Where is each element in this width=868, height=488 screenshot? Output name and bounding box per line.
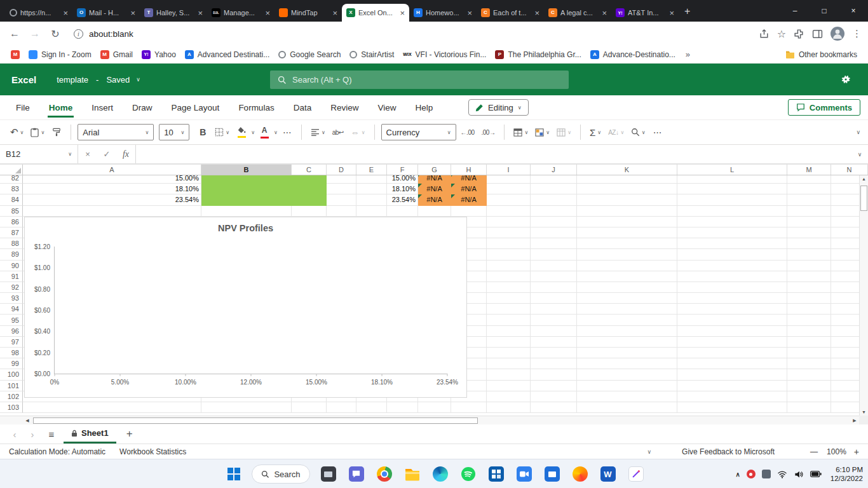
tab-close-icon[interactable]: × (669, 8, 674, 18)
cell-G83[interactable]: #N/A (418, 184, 451, 194)
cell-L101[interactable] (677, 381, 787, 391)
cell-B85[interactable] (201, 206, 292, 217)
cell-I85[interactable] (487, 206, 531, 217)
cell-I96[interactable] (487, 326, 531, 337)
ribbon-tab-home[interactable]: Home (39, 95, 83, 119)
cell-K102[interactable] (577, 391, 677, 402)
browser-tab[interactable]: CA legal c...× (544, 4, 611, 22)
cell-N97[interactable] (831, 337, 859, 348)
tab-close-icon[interactable]: × (534, 8, 539, 18)
cell-I82[interactable] (487, 175, 531, 184)
tab-close-icon[interactable]: × (130, 8, 135, 18)
calculator-app-icon[interactable] (484, 461, 508, 487)
browser-tab[interactable]: XExcel On...× (342, 4, 409, 22)
cell-N101[interactable] (831, 381, 859, 391)
row-header-97[interactable]: 97 (0, 337, 23, 348)
scroll-up-icon[interactable]: ▲ (860, 177, 868, 181)
cell-F82[interactable]: 15.00% (387, 175, 418, 184)
cell-I88[interactable] (487, 238, 531, 249)
cell-D83[interactable] (327, 184, 356, 194)
ribbon-tab-formulas[interactable]: Formulas (229, 95, 283, 119)
cell-C84[interactable] (292, 194, 327, 205)
column-header-K[interactable]: K (577, 165, 677, 175)
tab-close-icon[interactable]: × (467, 8, 472, 18)
cell-M98[interactable] (787, 348, 831, 358)
decrease-decimal-button[interactable]: .00→ (479, 123, 498, 141)
browser-tab[interactable]: CEach of t...× (477, 4, 544, 22)
row-header-102[interactable]: 102 (0, 391, 23, 402)
font-color-button[interactable]: A (257, 123, 272, 141)
cell-L102[interactable] (677, 391, 787, 402)
browser-tab[interactable]: OMail - H...× (72, 4, 140, 22)
cell-B84[interactable] (201, 194, 292, 205)
cell-L92[interactable] (677, 282, 787, 293)
cell-M100[interactable] (787, 369, 831, 380)
cell-K95[interactable] (577, 315, 677, 325)
cell-H85[interactable] (451, 206, 487, 217)
video-app-icon[interactable] (512, 461, 536, 487)
cell-I84[interactable] (487, 194, 531, 205)
column-header-F[interactable]: F (387, 165, 418, 175)
start-button[interactable] (221, 461, 246, 487)
cell-L98[interactable] (677, 348, 787, 358)
chrome-menu-icon[interactable]: ⋮ (852, 28, 862, 39)
autosum-button[interactable]: Σ∨ (587, 123, 604, 141)
gear-icon[interactable] (840, 74, 851, 85)
font-size-select[interactable]: 10∨ (159, 124, 189, 140)
cell-K85[interactable] (577, 206, 677, 217)
find-button[interactable]: ∨ (628, 123, 648, 141)
cell-L90[interactable] (677, 261, 787, 271)
calculation-mode[interactable]: Calculation Mode: Automatic (9, 447, 105, 456)
cell-M92[interactable] (787, 282, 831, 293)
cell-L97[interactable] (677, 337, 787, 348)
cell-G103[interactable] (418, 402, 451, 413)
wrap-text-button[interactable]: ab↩ (330, 123, 346, 141)
cell-L88[interactable] (677, 238, 787, 249)
bookmark-item[interactable]: WIXVFI - Victorious Fin... (398, 48, 491, 61)
cell-D82[interactable] (327, 175, 356, 184)
cell-N102[interactable] (831, 391, 859, 402)
cell-J100[interactable] (531, 369, 577, 380)
cell-L96[interactable] (677, 326, 787, 337)
cell-B82[interactable] (201, 175, 292, 184)
ribbon-tab-help[interactable]: Help (405, 95, 442, 119)
excel-brand[interactable]: Excel (11, 74, 36, 85)
wifi-icon[interactable] (777, 470, 787, 479)
cell-M99[interactable] (787, 358, 831, 369)
scroll-right-icon[interactable]: ▶ (850, 418, 859, 423)
row-header-89[interactable]: 89 (0, 249, 23, 260)
cell-I103[interactable] (487, 402, 531, 413)
cell-N96[interactable] (831, 326, 859, 337)
tab-close-icon[interactable]: × (400, 8, 405, 18)
merge-cells-button[interactable]: ⇔∨ (348, 123, 368, 141)
edge-icon[interactable] (428, 461, 452, 487)
zoom-level[interactable]: 100% (827, 447, 846, 456)
row-header-95[interactable]: 95 (0, 315, 23, 325)
cell-I94[interactable] (487, 304, 531, 315)
cell-K94[interactable] (577, 304, 677, 315)
cell-J92[interactable] (531, 282, 577, 293)
cell-H84[interactable]: #N/A (451, 194, 487, 205)
tab-close-icon[interactable]: × (265, 8, 270, 18)
cell-J83[interactable] (531, 184, 577, 194)
ribbon-tab-review[interactable]: Review (321, 95, 368, 119)
tab-close-icon[interactable]: × (602, 8, 607, 18)
cell-L95[interactable] (677, 315, 787, 325)
borders-button[interactable]: ∨ (212, 123, 232, 141)
cell-I91[interactable] (487, 271, 531, 282)
cell-A82[interactable]: 15.00% (23, 175, 201, 184)
row-header-101[interactable]: 101 (0, 381, 23, 391)
search-input[interactable] (292, 75, 561, 85)
browser-tab[interactable]: HHomewo...× (409, 4, 477, 22)
bookmarks-overflow-icon[interactable]: » (681, 48, 695, 61)
cell-M94[interactable] (787, 304, 831, 315)
cell-J96[interactable] (531, 326, 577, 337)
word-icon[interactable]: W (595, 461, 620, 487)
cell-K84[interactable] (577, 194, 677, 205)
cell-H83[interactable]: #N/A (451, 184, 487, 194)
cell-N83[interactable] (831, 184, 859, 194)
cell-L84[interactable] (677, 194, 787, 205)
bold-button[interactable]: B (195, 123, 210, 141)
cell-C85[interactable] (292, 206, 327, 217)
cell-E83[interactable] (356, 184, 387, 194)
